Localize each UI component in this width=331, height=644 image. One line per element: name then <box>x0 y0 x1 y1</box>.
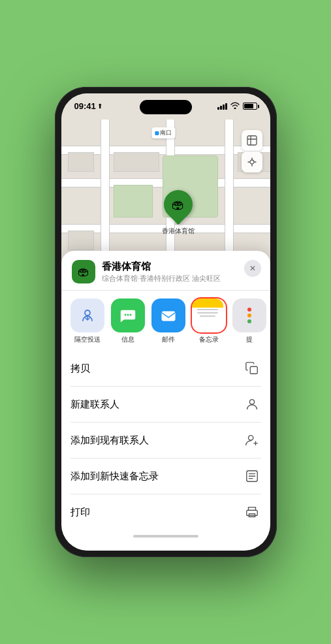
share-airdrop[interactable]: 隔空投送 <box>68 298 107 344</box>
print-label: 打印 <box>71 506 90 519</box>
location-subtitle: 综合体育馆·香港特别行政区 油尖旺区 <box>102 274 221 283</box>
more-label: 提 <box>246 335 253 344</box>
svg-point-4 <box>127 314 129 316</box>
share-more[interactable]: 提 <box>230 298 269 344</box>
share-mail[interactable]: 邮件 <box>149 298 188 344</box>
svg-point-1 <box>250 160 254 164</box>
home-indicator <box>133 535 198 538</box>
svg-rect-11 <box>246 510 257 515</box>
pin-label: 香港体育馆 <box>162 227 195 236</box>
svg-point-5 <box>129 314 131 316</box>
location-name: 香港体育馆 <box>102 261 221 273</box>
svg-point-2 <box>85 310 90 315</box>
action-add-contact[interactable]: 添加到现有联系人 <box>71 423 261 459</box>
action-new-contact[interactable]: 新建联系人 <box>71 387 261 423</box>
map-type-button[interactable] <box>242 130 262 151</box>
stadium-pin: 🏟 香港体育馆 <box>162 190 195 236</box>
location-arrow-icon: ⬆ <box>97 103 102 110</box>
svg-point-8 <box>249 400 254 404</box>
signal-bars <box>217 103 227 110</box>
copy-label: 拷贝 <box>71 362 90 375</box>
airdrop-label: 隔空投送 <box>74 335 101 344</box>
svg-rect-6 <box>162 312 175 321</box>
close-button[interactable]: ✕ <box>244 260 261 277</box>
quick-note-label: 添加到新快速备忘录 <box>71 470 159 483</box>
action-print[interactable]: 打印 <box>71 494 261 530</box>
quick-note-icon <box>243 467 261 485</box>
copy-icon <box>243 359 261 378</box>
location-text: 香港体育馆 综合体育馆·香港特别行政区 油尖旺区 <box>102 261 221 283</box>
battery-icon <box>243 103 257 110</box>
location-icon: 🏟 <box>72 260 95 283</box>
svg-rect-7 <box>250 366 257 374</box>
messages-label: 信息 <box>121 335 134 344</box>
status-icons <box>217 102 257 110</box>
map-label: 南口 <box>151 127 175 138</box>
add-contact-icon <box>243 431 261 449</box>
add-contact-label: 添加到现有联系人 <box>71 434 149 447</box>
print-icon <box>243 503 261 521</box>
dynamic-island <box>140 100 192 114</box>
wifi-icon <box>230 102 240 110</box>
svg-rect-0 <box>247 136 257 145</box>
notes-label: 备忘录 <box>199 335 219 344</box>
share-notes[interactable]: 备忘录 <box>189 298 229 344</box>
action-list: 拷贝 新建联系人 <box>61 351 270 530</box>
phone-screen: 09:41 ⬆ <box>61 93 270 551</box>
share-row: 隔空投送 信息 <box>61 291 270 351</box>
svg-point-9 <box>248 436 253 440</box>
new-contact-icon <box>243 395 261 413</box>
map-controls <box>242 130 262 172</box>
mail-label: 邮件 <box>162 335 175 344</box>
action-copy[interactable]: 拷贝 <box>71 351 261 387</box>
new-contact-label: 新建联系人 <box>71 398 119 411</box>
status-time: 09:41 <box>74 101 96 111</box>
share-messages[interactable]: 信息 <box>108 298 148 344</box>
location-button[interactable] <box>242 152 262 172</box>
bottom-sheet: 🏟 香港体育馆 综合体育馆·香港特别行政区 油尖旺区 ✕ <box>61 251 270 551</box>
svg-point-3 <box>124 314 126 316</box>
action-quick-note[interactable]: 添加到新快速备忘录 <box>71 459 261 494</box>
location-header: 🏟 香港体育馆 综合体育馆·香港特别行政区 油尖旺区 ✕ <box>61 251 270 291</box>
phone-frame: 09:41 ⬆ <box>55 87 277 557</box>
